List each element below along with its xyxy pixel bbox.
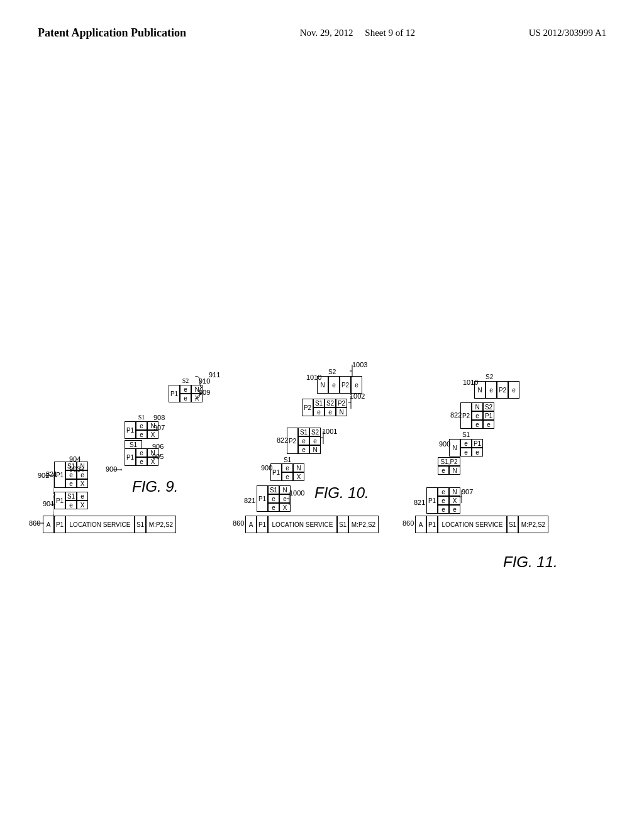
arrow-1003 <box>350 365 353 377</box>
cell-e-f10-r1c: e <box>268 503 279 512</box>
cell-P1-f11-822: P1 <box>483 411 494 420</box>
cell-e-f11-s1p2a: e <box>438 466 449 475</box>
svg-marker-9 <box>121 468 122 471</box>
cell-e-f11-s1a: e <box>460 439 472 448</box>
fig11-p1-group: P1 e e e N X e <box>426 487 460 514</box>
fig10-s2-upper: P2 S1 e S2 e P2 N <box>302 399 347 416</box>
fig10-label: FIG. 10. <box>314 484 369 502</box>
cell-e-f11-821a: e <box>438 487 449 496</box>
cell-e-f11-821c: e <box>438 505 449 514</box>
cell-e-f11-822b: e <box>472 411 483 420</box>
fig9-label: FIG. 9. <box>132 478 178 495</box>
cell-e-r1b: e <box>65 501 77 509</box>
cell-S1-900t: S1 <box>125 440 142 449</box>
cell-e-r1c: e <box>77 492 88 501</box>
cell-e-s1ub: e <box>136 430 147 439</box>
cell-e-f10-r1b: e <box>268 494 279 503</box>
cell-e-f11-821b: e <box>438 496 449 505</box>
cell-X2-r2: X <box>77 479 88 488</box>
cell-e-s1a: e <box>136 448 147 457</box>
cell-S2-f10-s2u: S2 <box>325 399 336 407</box>
cell-e-s1ua: e <box>136 421 147 430</box>
cell-N-f11-s1: N <box>449 439 460 456</box>
arrow-907-fig11 <box>459 490 463 503</box>
arrow-860-fig9 <box>36 522 44 525</box>
arrow-900-fig9 <box>113 468 122 472</box>
cell-e-f10-s1a: e <box>282 463 293 472</box>
cell-X-r1: X <box>77 501 88 509</box>
label-1010-fig11: 1010 <box>463 379 478 386</box>
cell-P1-860: P1 <box>54 516 65 533</box>
cell-P1-s1: P1 <box>125 448 136 466</box>
cell-MP2S2-860: M:P2,S2 <box>146 516 176 533</box>
cell-e-s2a: e <box>180 385 191 394</box>
cell-N-f11-s1p2: N <box>449 466 460 475</box>
cell-e-f11-s2: e <box>486 381 497 399</box>
cell-locservice-f10: LOCATION SERVICE <box>268 516 337 533</box>
brace-910-fig9 <box>195 376 211 399</box>
cell-N-f10-s2u: N <box>336 407 347 416</box>
cell-MP2S2-f10: M:P2,S2 <box>348 516 379 533</box>
arrow-1001 <box>321 431 325 444</box>
label-860-fig11: 860 <box>402 519 414 527</box>
cell-A-f11: A <box>415 516 426 533</box>
cell-P1-f11-s1: P1 <box>472 439 483 448</box>
cell-P2-f11-822: P2 <box>460 402 472 429</box>
label-908-fig9: 908 <box>153 414 165 421</box>
cell-e2-f11-s2: e <box>508 381 519 399</box>
cell-e2-f11-822: e <box>472 420 483 429</box>
cell-S1-f10-p2a: S1 <box>298 428 309 436</box>
brace-821-fig9 <box>53 473 56 517</box>
cell-S1-f11-860: S1 <box>507 516 518 533</box>
cell-e-f10-stop: e <box>328 376 340 394</box>
cell-P2-f11-s2: P2 <box>497 381 508 399</box>
fig11-label: FIG. 11. <box>503 553 558 571</box>
cell-p1-f10-r1: P1 <box>257 485 268 512</box>
cell-P1-s1u: P1 <box>125 421 136 439</box>
cell-e2-f10-stop: e <box>351 376 362 394</box>
cell-N-f11-822a: N <box>472 402 483 411</box>
cell-e-f11-s1b: e <box>460 448 472 456</box>
fig10-s2-top: S2 N e P2 e <box>317 368 362 394</box>
publication-title: Patent Application Publication <box>38 25 186 41</box>
arrow-1002 <box>348 396 352 409</box>
label-904: 904 <box>69 455 80 463</box>
cell-P2-f10: P2 <box>287 428 298 454</box>
label-905: 905 <box>152 453 164 460</box>
label-822-fig11: 822 <box>450 411 462 419</box>
cell-P1-f11-821: P1 <box>426 487 438 514</box>
cell-P2b-f10: P2 <box>336 399 347 407</box>
fig10-p1-group: P1 S1 e e N e X <box>257 485 291 512</box>
label-1000-fig10: 1000 <box>289 489 304 497</box>
label-900-fig10: 900 <box>261 464 272 472</box>
label-860-fig10: 860 <box>233 519 244 527</box>
cell-A-f10: A <box>245 516 257 533</box>
cell-MP2S2-f11: M:P2,S2 <box>518 516 548 533</box>
cell-e-f10-p2b: e <box>298 436 309 445</box>
fig10-table-860: A P1 LOCATION SERVICE S1 M:P2,S2 <box>245 516 379 533</box>
fig11-p2-822: P2 N e e S2 P1 e <box>460 402 494 429</box>
cell-S1-f10-s2ua: S1 <box>313 399 325 407</box>
label-1003-fig10: 1003 <box>352 361 367 368</box>
svg-marker-1 <box>43 522 44 524</box>
cell-S1-f10-860: S1 <box>337 516 348 533</box>
cell-S2-f10-p2: S2 <box>309 428 321 436</box>
cell-e2-f11-s1: e <box>472 448 483 456</box>
label-906: 906 <box>152 443 164 450</box>
cell-P2-f10-stop: P2 <box>340 376 351 394</box>
cell-locservice-860: LOCATION SERVICE <box>65 516 135 533</box>
fig11-s1p2: S1,P2 e N <box>438 457 460 475</box>
cell-P1-f10-860: P1 <box>257 516 268 533</box>
cell-e3-f11-821: e <box>449 505 460 514</box>
cell-P2-f10-s2u: P2 <box>302 399 313 416</box>
label-821-fig10: 821 <box>244 497 255 504</box>
cell-N-f10-p2: N <box>309 445 321 454</box>
cell-S1-r1: S1 <box>65 492 77 501</box>
header-date-sheet: Nov. 29, 2012 Sheet 9 of 12 <box>300 25 415 40</box>
cell-e-f10-s1b: e <box>282 472 293 481</box>
cell-X-s1u: X <box>147 430 158 439</box>
label-900-fig11: 900 <box>439 440 450 448</box>
cell-e-r2c: e <box>65 479 77 488</box>
fig11-s1-900: S1 N e e P1 e <box>449 431 483 456</box>
cell-P1-s2: P1 <box>169 385 180 402</box>
